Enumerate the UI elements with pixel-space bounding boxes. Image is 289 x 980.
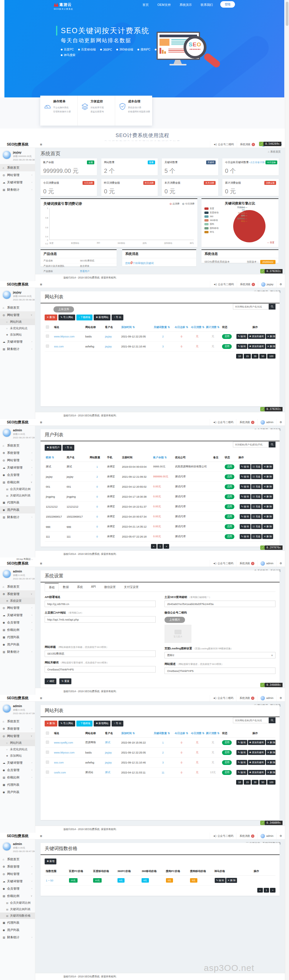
toolbar-button[interactable]: ↑ 导 出: [112, 721, 123, 727]
add-keyword-button[interactable]: ✚ 添加关键词: [248, 344, 265, 349]
pie-legend-item[interactable]: 360移动: [204, 219, 219, 222]
pie-legend-item[interactable]: 搜狗移动: [204, 227, 219, 230]
pie-legend-item[interactable]: 百度移动: [204, 211, 219, 214]
add-keyword-button[interactable]: ✚ 添加关键词: [248, 760, 265, 765]
row-checkbox[interactable]: [46, 334, 49, 338]
delete-button[interactable]: ✕ 删 除: [226, 878, 237, 883]
qr-menu[interactable]: ◄)公众号二维码: [210, 695, 236, 701]
sidebar-item[interactable]: ◉ 会员管理 ‹: [0, 619, 35, 626]
edit-button[interactable]: ✎ 编 辑: [236, 334, 247, 339]
sidebar-item[interactable]: ▤ 价格比例 ‹: [0, 626, 35, 633]
pie-legend-item[interactable]: 百度: [204, 207, 219, 210]
brand-title[interactable]: SEO扣费系统: [0, 420, 35, 425]
sidebar-item[interactable]: ▦ 代理列表: [0, 919, 35, 926]
sidebar-item[interactable]: ◉ 会员管理 ‹: [0, 767, 35, 774]
sidebar-item[interactable]: ⌂ 系统首页: [0, 304, 35, 311]
page-button[interactable]: »: [164, 544, 169, 549]
sidebar-toggle-icon[interactable]: ≡: [40, 142, 42, 147]
qr-menu[interactable]: ◄)公众号二维码: [210, 833, 236, 839]
sidebar-item[interactable]: ⚙ 系统管理 ‹: [0, 863, 35, 870]
delete-button[interactable]: ✕ 删 除: [262, 484, 273, 489]
sidebar-subitem[interactable]: ▤ 会员关键词比例: [0, 486, 35, 492]
page-button[interactable]: «: [257, 888, 263, 892]
sidebar-item[interactable]: ☁ 关键词管理 ‹: [0, 338, 35, 345]
toolbar-button[interactable]: ✎ 导入网站: [58, 721, 75, 727]
customer-link[interactable]: jayjay: [105, 335, 112, 338]
sidebar-item[interactable]: ▦ 代理列表: [0, 499, 35, 506]
system-message-menu[interactable]: 系统消息0: [236, 833, 257, 839]
nav-item[interactable]: 首页: [142, 3, 148, 7]
toolbar-button[interactable]: ↑ 导 出: [62, 445, 74, 451]
add-keyword-button[interactable]: ✚ 添加关键词: [248, 334, 265, 339]
recharge-button[interactable]: ▤ 充值: [251, 504, 262, 509]
edit-button[interactable]: ✎ 编 辑: [236, 740, 247, 745]
recharge-button[interactable]: ▤ 充值: [251, 494, 262, 499]
search-input[interactable]: [233, 442, 269, 447]
sidebar-item[interactable]: ▤ 价格比例 ∨: [0, 479, 35, 486]
delete-button[interactable]: ✕ 删 除: [262, 504, 273, 509]
edit-button[interactable]: ✎ 编 辑: [240, 504, 251, 509]
row-checkbox[interactable]: [46, 770, 49, 774]
sidebar-item[interactable]: ⌂ 系统首页: [0, 856, 35, 863]
select-all-checkbox[interactable]: [46, 732, 49, 735]
row-checkbox[interactable]: [46, 344, 49, 348]
sidebar-item[interactable]: ◎ 网站管理 ‹: [0, 171, 35, 179]
user-menu[interactable]: admin: [257, 695, 276, 701]
pie-legend-item[interactable]: 360: [204, 215, 219, 218]
customer-link[interactable]: 测试: [105, 741, 110, 744]
toolbar-button[interactable]: ✚ 新增网站: [94, 315, 110, 320]
site-domain-link[interactable]: ceshi.com: [54, 771, 66, 774]
brand-title[interactable]: SEO扣费系统: [0, 561, 35, 566]
user-menu[interactable]: admin: [257, 419, 276, 425]
sidebar-toggle-icon[interactable]: ≡: [40, 420, 42, 425]
page-size-button[interactable]: 50: [259, 354, 266, 358]
settings-tab[interactable]: 支付宝设置: [120, 583, 143, 592]
edit-button[interactable]: ✎ 编 辑: [236, 770, 247, 775]
delete-button[interactable]: ✕ 删 除: [262, 524, 273, 529]
sidebar-subitem[interactable]: ▤ 关键词比例列表: [0, 492, 35, 499]
system-message-menu[interactable]: 系统消息0: [237, 281, 258, 288]
sidebar-subitem[interactable]: ▤ 会员关键词比例: [0, 900, 35, 906]
add-keyword-button[interactable]: ✚ 添加关键词: [248, 740, 265, 745]
user-menu[interactable]: admin: [257, 560, 276, 566]
brand-title[interactable]: SEO扣费系统: [0, 282, 35, 287]
sidebar-item[interactable]: ▥ 财务统计 ‹: [0, 934, 35, 941]
delete-button[interactable]: ✕ 删 除: [266, 760, 276, 765]
add-price-button[interactable]: ✚ 新增: [45, 859, 56, 864]
settings-tab[interactable]: 微信设置: [100, 583, 120, 592]
settings-menu[interactable]: ⚙: [276, 281, 285, 288]
edit-button[interactable]: ✎ 编 辑: [240, 534, 251, 539]
qr-menu[interactable]: ◄)公众号二维码: [210, 419, 236, 425]
sidebar-item[interactable]: ▥ 财务统计 ‹: [0, 514, 35, 521]
toolbar-button[interactable]: ↑ 导 出: [112, 315, 123, 320]
sidebar-subitem[interactable]: ✚ 添加网站: [0, 752, 35, 759]
search-input[interactable]: [233, 718, 269, 723]
edit-button[interactable]: ✎ 编 辑: [240, 484, 251, 489]
page-size-button[interactable]: 50: [259, 780, 266, 784]
sidebar-subitem[interactable]: ○ 未优化的站点: [0, 746, 35, 752]
sidebar-item[interactable]: ◎ 网站管理 ∨: [0, 311, 35, 319]
brand-title[interactable]: SEO扣费系统: [0, 696, 35, 701]
toolbar-button[interactable]: ✚ 新增网站: [94, 721, 110, 727]
sidebar-item[interactable]: ◉ 用户列表: [0, 641, 35, 648]
page-button[interactable]: »: [270, 888, 276, 892]
settings-menu[interactable]: ⚙: [276, 560, 285, 566]
logo[interactable]: 遨游云 SEO按天计费系统: [54, 2, 73, 11]
pending-keywords-link[interactable]: 您有0个待审核的关键词: [122, 258, 196, 267]
keyword-count-link[interactable]: 3: [162, 345, 164, 348]
toolbar-button[interactable]: ✕ 删 除: [45, 315, 57, 320]
sidebar-subitem[interactable]: ○ 网站列表: [0, 740, 35, 746]
page-button[interactable]: 1: [264, 888, 269, 892]
select-all-checkbox[interactable]: [46, 325, 49, 329]
settings-menu[interactable]: ⚙: [276, 833, 285, 839]
scrollbar-track[interactable]: [285, 0, 289, 980]
pie-legend-item[interactable]: 搜狗: [204, 223, 219, 226]
delete-button[interactable]: ✕ 删 除: [262, 494, 273, 499]
delete-button[interactable]: ✕ 删 除: [262, 534, 273, 539]
system-message-menu[interactable]: 系统消息0: [236, 419, 257, 425]
page-size-button[interactable]: 100: [267, 780, 276, 784]
system-message-menu[interactable]: 系统消息0: [237, 141, 258, 148]
sidebar-item[interactable]: ☁ 关键词管理 ‹: [0, 611, 35, 619]
site-domain-link[interactable]: sss.com: [54, 761, 64, 764]
toolbar-button[interactable]: ↓ 下载模板: [77, 721, 93, 727]
